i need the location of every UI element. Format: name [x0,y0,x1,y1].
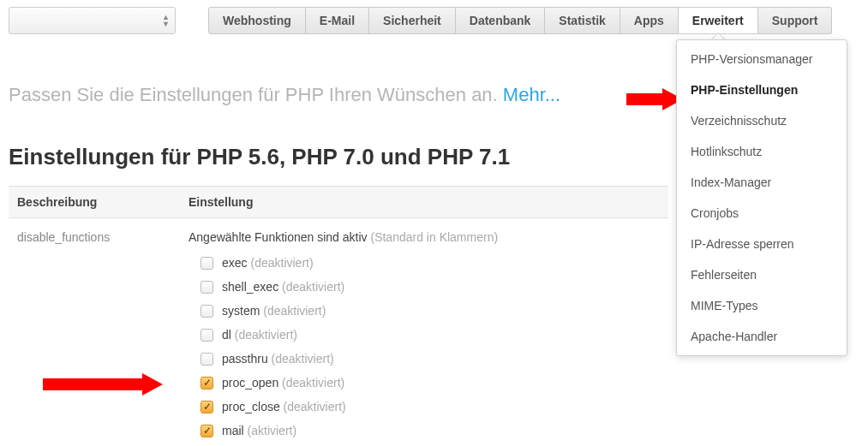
function-name: shell_exec [222,280,282,294]
function-default: (deaktiviert) [282,376,344,390]
tab-datenbank[interactable]: Datenbank [456,7,546,34]
function-item-system: system (deaktiviert) [189,299,660,323]
dd-item-apache-handler[interactable]: Apache-Handler [677,321,847,352]
checkbox-exec[interactable] [201,257,213,270]
function-item-dl: dl (deaktiviert) [189,323,660,347]
dd-item-mime-types[interactable]: MIME-Types [677,290,847,321]
tab-sicherheit[interactable]: Sicherheit [369,7,456,34]
intro-text-content: Passen Sie die Einstellungen für PHP Ihr… [9,84,498,105]
checkbox-proc_close[interactable]: ✓ [201,401,213,413]
function-item-proc_open: ✓proc_open (deaktiviert) [189,371,660,395]
function-name: exec [222,256,250,270]
function-default: (deaktiviert) [263,304,326,318]
function-default: (aktiviert) [248,424,297,437]
checkbox-passthru[interactable] [201,353,213,366]
checkbox-mail[interactable]: ✓ [201,425,213,437]
domain-select[interactable]: ▲▼ [9,7,176,34]
functions-list: exec (deaktiviert)shell_exec (deaktivier… [189,251,660,443]
functions-intro-text: Angewählte Funktionen sind aktiv [189,230,368,244]
col-header-setting: Einstellung [180,187,668,218]
function-default: (deaktiviert) [282,280,344,294]
function-item-exec: exec (deaktiviert) [189,251,660,275]
tab-support[interactable]: Support [758,7,833,34]
function-name: proc_close [222,400,284,413]
function-item-shell_exec: shell_exec (deaktiviert) [189,275,660,299]
tab-erweitert[interactable]: Erweitert [679,7,758,34]
table-row: disable_functions Angewählte Funktionen … [9,218,668,447]
checkbox-dl[interactable] [201,329,213,342]
checkbox-shell_exec[interactable] [201,281,213,294]
dd-item-index-manager[interactable]: Index-Manager [677,167,847,198]
functions-intro-muted: (Standard in Klammern) [370,230,498,244]
settings-table: Beschreibung Einstellung disable_functio… [9,186,668,446]
dd-item-ip-adresse-sperren[interactable]: IP-Adresse sperren [677,229,847,259]
dd-item-php-versionsmanager[interactable]: PHP-Versionsmanager [677,44,847,74]
function-name: proc_open [222,376,282,390]
function-name: passthru [222,352,272,366]
function-default: (deaktiviert) [250,256,313,270]
more-link[interactable]: Mehr... [503,84,560,105]
col-header-description: Beschreibung [9,187,180,218]
main-tabs: WebhostingE-MailSicherheitDatenbankStati… [208,7,832,34]
dd-item-hotlinkschutz[interactable]: Hotlinkschutz [677,136,847,167]
function-name: dl [222,328,235,342]
function-default: (deaktiviert) [284,400,346,413]
dd-item-fehlerseiten[interactable]: Fehlerseiten [677,259,847,290]
checkbox-system[interactable] [201,305,213,318]
tab-webhosting[interactable]: Webhosting [208,7,306,34]
dd-item-php-einstellungen[interactable]: PHP-Einstellungen [677,74,847,105]
dd-item-cronjobs[interactable]: Cronjobs [677,198,847,229]
function-item-passthru: passthru (deaktiviert) [189,347,660,371]
setting-key: disable_functions [9,218,180,447]
dd-item-verzeichnisschutz[interactable]: Verzeichnisschutz [677,105,847,136]
function-item-proc_close: ✓proc_close (deaktiviert) [189,395,660,419]
tab-statistik[interactable]: Statistik [545,7,620,34]
erweitert-dropdown: PHP-VersionsmanagerPHP-EinstellungenVerz… [676,39,847,356]
function-default: (deaktiviert) [272,352,334,366]
function-name: mail [222,424,248,437]
function-default: (deaktiviert) [235,328,297,342]
function-item-mail: ✓mail (aktiviert) [189,419,660,443]
tab-apps[interactable]: Apps [620,7,679,34]
function-name: system [222,304,263,318]
checkbox-proc_open[interactable]: ✓ [201,377,213,390]
tab-e-mail[interactable]: E-Mail [306,7,369,34]
functions-intro: Angewählte Funktionen sind aktiv (Standa… [189,230,660,244]
updown-icon: ▲▼ [162,15,170,27]
